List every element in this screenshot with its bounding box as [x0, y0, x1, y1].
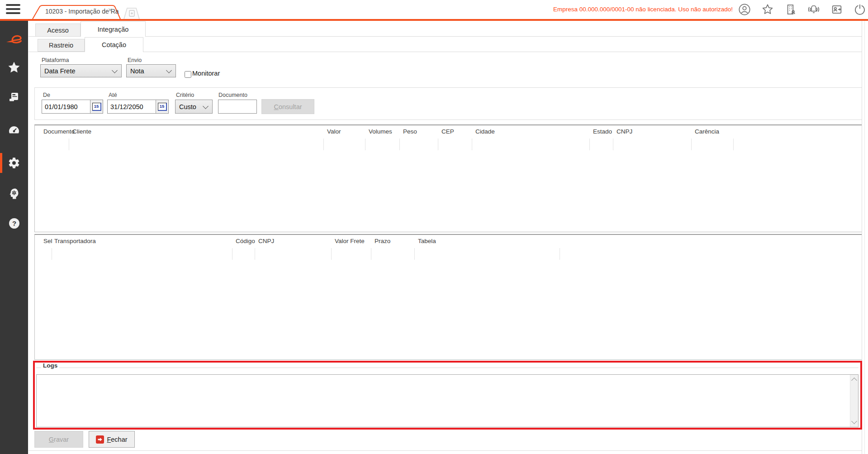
- column-header-transportadora[interactable]: Transportadora: [54, 238, 96, 244]
- chevron-down-icon: [203, 103, 209, 109]
- column-header-documento[interactable]: Documento: [43, 128, 75, 135]
- column-separator: [560, 248, 560, 260]
- fechar-label: Fechar: [107, 436, 127, 443]
- criterio-value: Custo: [179, 103, 196, 110]
- column-separator: [232, 248, 232, 260]
- consultar-button[interactable]: Consultar: [261, 99, 314, 114]
- chevron-down-icon: [112, 67, 118, 73]
- column-separator: [613, 139, 613, 150]
- notifications-bell-icon[interactable]: [807, 3, 820, 16]
- tab-label: Rastreio: [49, 42, 73, 49]
- de-calendar-button[interactable]: 15: [90, 100, 103, 113]
- tab-acesso[interactable]: Acesso: [35, 24, 81, 37]
- gravar-label: Gravar: [49, 436, 69, 443]
- hamburger-menu-icon[interactable]: [6, 4, 20, 15]
- active-section-indicator: [0, 153, 2, 173]
- column-separator: [414, 248, 415, 260]
- consultar-label: Consultar: [274, 103, 302, 110]
- sidebar-item-assistant[interactable]: [0, 181, 28, 206]
- envio-value: Nota: [130, 67, 144, 75]
- column-header-tabela[interactable]: Tabela: [418, 238, 436, 244]
- monitorar-checkbox[interactable]: [185, 71, 191, 78]
- column-header-car-ncia[interactable]: Carência: [695, 128, 719, 135]
- column-header-peso[interactable]: Peso: [403, 128, 417, 135]
- criterio-dropdown[interactable]: Custo: [175, 100, 213, 114]
- column-separator: [733, 139, 734, 150]
- sidebar-item-reports[interactable]: [0, 85, 28, 110]
- column-separator: [365, 139, 365, 150]
- envio-dropdown[interactable]: Nota: [126, 64, 176, 77]
- column-separator: [438, 139, 438, 150]
- user-icon[interactable]: [738, 3, 751, 16]
- column-separator: [589, 139, 590, 150]
- sidebar-item-help[interactable]: ?: [0, 210, 28, 236]
- column-header-cnpj[interactable]: CNPJ: [617, 128, 632, 135]
- gravar-button[interactable]: Gravar: [34, 431, 83, 448]
- tab-close-icon[interactable]: ×: [108, 6, 112, 13]
- column-separator: [331, 248, 332, 260]
- plataforma-dropdown[interactable]: Data Frete: [40, 64, 122, 77]
- ate-calendar-button[interactable]: 15: [156, 100, 168, 113]
- plataforma-label: Plataforma: [42, 57, 69, 63]
- column-header-cnpj[interactable]: CNPJ: [258, 238, 274, 244]
- documents-grid[interactable]: DocumentoClienteValorVolumesPesoCEPCidad…: [34, 124, 862, 232]
- calendar-icon: 15: [92, 103, 101, 111]
- column-header-c-digo[interactable]: Código: [236, 238, 255, 244]
- tab-integracao[interactable]: Integração: [81, 21, 146, 37]
- switch-user-icon[interactable]: [830, 3, 843, 16]
- gear-icon: [8, 157, 20, 169]
- carriers-grid[interactable]: SelTransportadoraCódigoCNPJValor FretePr…: [34, 234, 862, 360]
- tab-label: Acesso: [47, 27, 69, 34]
- tab-label: Integração: [98, 26, 129, 33]
- panel-right-edge: [862, 21, 862, 454]
- tab-cotacao[interactable]: Cotação: [85, 37, 143, 52]
- chevron-down-icon: [166, 67, 172, 73]
- window-right-edge: [864, 21, 865, 454]
- logs-textarea[interactable]: [36, 374, 859, 427]
- documento-label: Documento: [218, 92, 247, 98]
- calendar-icon: 15: [158, 103, 167, 111]
- question-mark-icon: ?: [8, 217, 20, 229]
- column-header-cep[interactable]: CEP: [441, 128, 454, 135]
- column-separator: [323, 139, 324, 150]
- sidebar-item-dashboard[interactable]: [0, 118, 28, 143]
- tabstrip-divider-1: [28, 36, 862, 37]
- column-header-valor-frete[interactable]: Valor Frete: [335, 238, 365, 244]
- sidebar-item-settings[interactable]: [0, 150, 28, 176]
- sidebar-item-logo[interactable]: [0, 26, 28, 51]
- envio-label: Envio: [128, 57, 142, 63]
- tab-rastreio[interactable]: Rastreio: [38, 39, 85, 52]
- column-header-valor[interactable]: Valor: [327, 128, 341, 135]
- logs-scrollbar[interactable]: [850, 375, 858, 427]
- column-header-prazo[interactable]: Prazo: [375, 238, 390, 244]
- column-separator: [691, 139, 692, 150]
- column-header-volumes[interactable]: Volumes: [369, 128, 392, 135]
- ate-date-input[interactable]: [108, 100, 156, 113]
- favorites-star-icon[interactable]: [761, 3, 774, 16]
- de-date-input[interactable]: [42, 100, 90, 113]
- column-header-cidade[interactable]: Cidade: [475, 128, 495, 135]
- head-gear-icon: [8, 187, 20, 200]
- sidebar-item-favorites[interactable]: [0, 54, 28, 80]
- column-header-estado[interactable]: Estado: [593, 128, 612, 135]
- fechar-button[interactable]: Fechar: [89, 431, 135, 448]
- scroll-up-icon[interactable]: [851, 378, 857, 383]
- column-separator: [255, 248, 255, 260]
- de-date-field: 15: [42, 100, 103, 114]
- plataforma-value: Data Frete: [44, 67, 76, 75]
- documento-input[interactable]: [218, 100, 256, 113]
- report-card-icon: [8, 91, 20, 104]
- topbar-icon-group: [738, 3, 866, 16]
- accent-divider: [0, 19, 868, 21]
- logs-group-line: [36, 368, 859, 368]
- tabstrip-divider-2: [28, 52, 862, 52]
- gauge-icon: [7, 124, 21, 137]
- column-header-cliente[interactable]: Cliente: [72, 128, 91, 135]
- column-header-sel[interactable]: Sel: [43, 238, 52, 244]
- scroll-down-icon[interactable]: [851, 418, 857, 424]
- power-icon[interactable]: [854, 3, 866, 16]
- criterio-label: Critério: [176, 92, 194, 98]
- company-building-icon[interactable]: [784, 3, 797, 16]
- de-label: De: [43, 92, 50, 98]
- column-separator: [69, 139, 69, 150]
